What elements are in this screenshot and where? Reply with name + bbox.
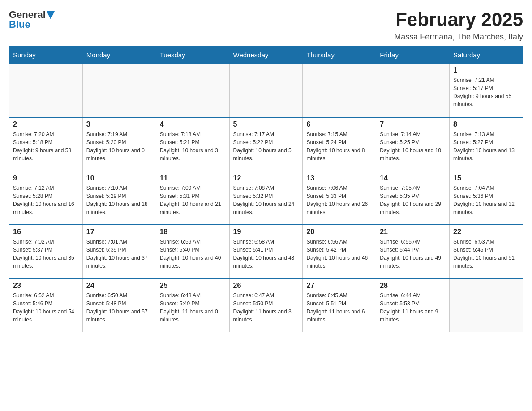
- day-info: Sunrise: 7:09 AMSunset: 5:31 PMDaylight:…: [160, 184, 226, 216]
- day-number: 3: [86, 120, 152, 128]
- day-number: 16: [13, 228, 79, 236]
- calendar-header-row: Sunday Monday Tuesday Wednesday Thursday…: [9, 47, 523, 64]
- calendar-cell: [229, 64, 303, 117]
- day-number: 18: [160, 228, 226, 236]
- day-number: 8: [453, 120, 519, 128]
- calendar-week-1: 1Sunrise: 7:21 AMSunset: 5:17 PMDaylight…: [9, 64, 523, 117]
- calendar-cell: 28Sunrise: 6:44 AMSunset: 5:53 PMDayligh…: [376, 278, 450, 332]
- calendar-cell: 22Sunrise: 6:53 AMSunset: 5:45 PMDayligh…: [450, 225, 523, 278]
- day-number: 28: [380, 282, 446, 290]
- logo: General Blue: [9, 9, 55, 30]
- day-info: Sunrise: 7:20 AMSunset: 5:18 PMDaylight:…: [13, 130, 79, 163]
- day-info: Sunrise: 6:53 AMSunset: 5:45 PMDaylight:…: [453, 238, 519, 270]
- day-number: 17: [86, 228, 152, 236]
- calendar-cell: 1Sunrise: 7:21 AMSunset: 5:17 PMDaylight…: [450, 64, 523, 117]
- header-saturday: Saturday: [450, 47, 523, 64]
- header-sunday: Sunday: [9, 47, 83, 64]
- day-info: Sunrise: 6:58 AMSunset: 5:41 PMDaylight:…: [233, 238, 299, 270]
- calendar-cell: 11Sunrise: 7:09 AMSunset: 5:31 PMDayligh…: [156, 171, 229, 225]
- day-number: 11: [160, 174, 226, 182]
- day-info: Sunrise: 7:18 AMSunset: 5:21 PMDaylight:…: [160, 130, 226, 163]
- calendar-cell: 6Sunrise: 7:15 AMSunset: 5:24 PMDaylight…: [303, 117, 376, 171]
- title-section: February 2025 Massa Fermana, The Marches…: [394, 9, 523, 42]
- day-info: Sunrise: 7:06 AMSunset: 5:33 PMDaylight:…: [306, 184, 372, 216]
- day-number: 15: [453, 174, 519, 182]
- calendar-cell: 17Sunrise: 7:01 AMSunset: 5:39 PMDayligh…: [82, 225, 156, 278]
- calendar-cell: [82, 64, 156, 117]
- calendar-cell: 16Sunrise: 7:02 AMSunset: 5:37 PMDayligh…: [9, 225, 83, 278]
- day-number: 23: [13, 282, 79, 290]
- day-number: 22: [453, 228, 519, 236]
- day-info: Sunrise: 7:05 AMSunset: 5:35 PMDaylight:…: [380, 184, 446, 216]
- day-info: Sunrise: 6:56 AMSunset: 5:42 PMDaylight:…: [306, 238, 372, 270]
- calendar-cell: 8Sunrise: 7:13 AMSunset: 5:27 PMDaylight…: [450, 117, 523, 171]
- day-number: 1: [453, 66, 519, 74]
- page-header: General Blue February 2025 Massa Fermana…: [9, 9, 523, 42]
- calendar-cell: [9, 64, 83, 117]
- day-number: 9: [13, 174, 79, 182]
- header-thursday: Thursday: [303, 47, 376, 64]
- calendar-cell: 21Sunrise: 6:55 AMSunset: 5:44 PMDayligh…: [376, 225, 450, 278]
- calendar-cell: 10Sunrise: 7:10 AMSunset: 5:29 PMDayligh…: [82, 171, 156, 225]
- calendar-cell: 26Sunrise: 6:47 AMSunset: 5:50 PMDayligh…: [229, 278, 303, 332]
- day-number: 26: [233, 282, 299, 290]
- day-number: 19: [233, 228, 299, 236]
- day-info: Sunrise: 7:02 AMSunset: 5:37 PMDaylight:…: [13, 238, 79, 270]
- header-friday: Friday: [376, 47, 450, 64]
- calendar-cell: 3Sunrise: 7:19 AMSunset: 5:20 PMDaylight…: [82, 117, 156, 171]
- calendar-cell: 27Sunrise: 6:45 AMSunset: 5:51 PMDayligh…: [303, 278, 376, 332]
- calendar-cell: 7Sunrise: 7:14 AMSunset: 5:25 PMDaylight…: [376, 117, 450, 171]
- day-number: 2: [13, 120, 79, 128]
- day-info: Sunrise: 6:55 AMSunset: 5:44 PMDaylight:…: [380, 238, 446, 270]
- day-number: 27: [306, 282, 372, 290]
- calendar-cell: 18Sunrise: 6:59 AMSunset: 5:40 PMDayligh…: [156, 225, 229, 278]
- day-number: 13: [306, 174, 372, 182]
- calendar-cell: [303, 64, 376, 117]
- calendar-cell: 13Sunrise: 7:06 AMSunset: 5:33 PMDayligh…: [303, 171, 376, 225]
- day-number: 25: [160, 282, 226, 290]
- day-info: Sunrise: 7:21 AMSunset: 5:17 PMDaylight:…: [453, 76, 519, 108]
- header-monday: Monday: [82, 47, 156, 64]
- calendar-cell: 2Sunrise: 7:20 AMSunset: 5:18 PMDaylight…: [9, 117, 83, 171]
- day-info: Sunrise: 7:10 AMSunset: 5:29 PMDaylight:…: [86, 184, 152, 216]
- calendar-cell: 9Sunrise: 7:12 AMSunset: 5:28 PMDaylight…: [9, 171, 83, 225]
- logo-triangle-icon: [47, 11, 55, 19]
- calendar-cell: 5Sunrise: 7:17 AMSunset: 5:22 PMDaylight…: [229, 117, 303, 171]
- calendar-table: Sunday Monday Tuesday Wednesday Thursday…: [9, 46, 523, 332]
- day-info: Sunrise: 6:44 AMSunset: 5:53 PMDaylight:…: [380, 291, 446, 324]
- day-number: 20: [306, 228, 372, 236]
- day-info: Sunrise: 7:04 AMSunset: 5:36 PMDaylight:…: [453, 184, 519, 216]
- day-info: Sunrise: 6:48 AMSunset: 5:49 PMDaylight:…: [160, 291, 226, 324]
- day-info: Sunrise: 6:59 AMSunset: 5:40 PMDaylight:…: [160, 238, 226, 270]
- day-number: 4: [160, 120, 226, 128]
- calendar-cell: 4Sunrise: 7:18 AMSunset: 5:21 PMDaylight…: [156, 117, 229, 171]
- calendar-cell: 24Sunrise: 6:50 AMSunset: 5:48 PMDayligh…: [82, 278, 156, 332]
- day-info: Sunrise: 7:12 AMSunset: 5:28 PMDaylight:…: [13, 184, 79, 216]
- calendar-cell: [376, 64, 450, 117]
- header-tuesday: Tuesday: [156, 47, 229, 64]
- day-number: 7: [380, 120, 446, 128]
- svg-marker-0: [47, 11, 55, 19]
- day-number: 24: [86, 282, 152, 290]
- day-info: Sunrise: 6:50 AMSunset: 5:48 PMDaylight:…: [86, 291, 152, 324]
- day-info: Sunrise: 6:45 AMSunset: 5:51 PMDaylight:…: [306, 291, 372, 324]
- calendar-cell: 19Sunrise: 6:58 AMSunset: 5:41 PMDayligh…: [229, 225, 303, 278]
- day-number: 6: [306, 120, 372, 128]
- day-info: Sunrise: 7:17 AMSunset: 5:22 PMDaylight:…: [233, 130, 299, 163]
- day-number: 5: [233, 120, 299, 128]
- calendar-cell: 25Sunrise: 6:48 AMSunset: 5:49 PMDayligh…: [156, 278, 229, 332]
- logo-blue-text: Blue: [9, 19, 55, 30]
- location-subtitle: Massa Fermana, The Marches, Italy: [394, 32, 523, 42]
- calendar-cell: 20Sunrise: 6:56 AMSunset: 5:42 PMDayligh…: [303, 225, 376, 278]
- day-info: Sunrise: 6:52 AMSunset: 5:46 PMDaylight:…: [13, 291, 79, 324]
- calendar-cell: 23Sunrise: 6:52 AMSunset: 5:46 PMDayligh…: [9, 278, 83, 332]
- day-info: Sunrise: 7:19 AMSunset: 5:20 PMDaylight:…: [86, 130, 152, 163]
- day-number: 14: [380, 174, 446, 182]
- day-info: Sunrise: 7:01 AMSunset: 5:39 PMDaylight:…: [86, 238, 152, 270]
- day-number: 21: [380, 228, 446, 236]
- calendar-cell: [156, 64, 229, 117]
- day-info: Sunrise: 7:13 AMSunset: 5:27 PMDaylight:…: [453, 130, 519, 163]
- header-wednesday: Wednesday: [229, 47, 303, 64]
- day-number: 12: [233, 174, 299, 182]
- calendar-week-3: 9Sunrise: 7:12 AMSunset: 5:28 PMDaylight…: [9, 171, 523, 225]
